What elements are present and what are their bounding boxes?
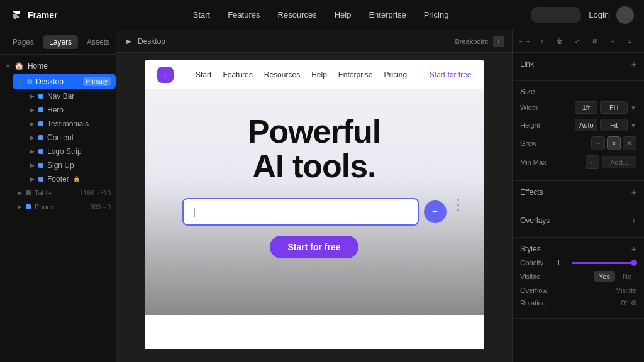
align-v-icon[interactable]: ↕ (535, 35, 549, 48)
play-button[interactable]: ▶ (124, 36, 134, 47)
tree-item-testimonials[interactable]: ▶ Testimonials (25, 117, 116, 131)
top-navigation: Framer Start Features Resources Help Ent… (0, 0, 644, 30)
overflow-value[interactable]: Visible (616, 287, 636, 294)
tree-item-navbar[interactable]: ▶ Nav Bar (25, 89, 116, 103)
chevron-icon: ▶ (30, 121, 35, 127)
opacity-row: Opacity 1 (520, 259, 636, 266)
chevron-icon: ▶ (30, 134, 35, 141)
link-section-header: Link + (520, 59, 636, 69)
effects-add-button[interactable]: + (631, 187, 636, 197)
site-logo-area: + (157, 67, 174, 83)
link-section-title: Link (520, 60, 534, 69)
nav-pricing[interactable]: Pricing (424, 10, 449, 19)
opacity-control: 1 (557, 259, 636, 266)
height-label: Height (520, 121, 552, 129)
site-link-enterprise[interactable]: Enterprise (338, 70, 373, 79)
width-row: Width 1fr Fill ▼ (520, 101, 636, 114)
height-value[interactable]: Auto (575, 119, 597, 131)
link-add-button[interactable]: + (631, 59, 636, 69)
tab-layers[interactable]: Layers (43, 35, 78, 49)
grid-icon[interactable]: ⊞ (588, 35, 602, 48)
canvas-label: Desktop (138, 37, 165, 46)
rotation-dot-icon[interactable] (631, 300, 636, 305)
visible-no-button[interactable]: No (618, 272, 636, 282)
dot-icon (26, 190, 31, 195)
chevron-icon: ▶ (18, 190, 22, 196)
distribute-icon[interactable]: ↔ (606, 35, 619, 48)
hero-input-submit-button[interactable]: + (424, 200, 447, 223)
styles-add-button[interactable]: + (631, 244, 636, 254)
tree-item-hero[interactable]: ▶ Hero (25, 103, 116, 117)
tree-item-content[interactable]: ▶ Content (25, 131, 116, 145)
nav-help[interactable]: Help (335, 10, 352, 19)
login-button[interactable]: Login (589, 10, 609, 19)
tree-item-tablet[interactable]: ▶ Tablet 1198→810 (13, 186, 116, 200)
site-nav: + Start Features Resources Help Enterpri… (145, 60, 484, 89)
width-dropdown-icon[interactable]: ▼ (630, 104, 636, 111)
visible-label: Visible (520, 273, 552, 280)
desktop-label: Desktop (36, 77, 64, 86)
height-dropdown-icon[interactable]: ▼ (630, 122, 636, 129)
width-label: Width (520, 104, 552, 111)
add-breakpoint-button[interactable]: + (493, 36, 504, 47)
user-avatar[interactable] (616, 6, 634, 24)
desktop-children: ▶ Nav Bar ▶ Hero ▶ Testimonials (13, 89, 116, 186)
effects-section-title: Effects (520, 188, 543, 197)
sparkle-dot (457, 204, 459, 206)
nav-start[interactable]: Start (193, 10, 210, 19)
hero-title-line1: Powerful (248, 114, 381, 149)
tree-item-logostrip[interactable]: ▶ Logo Strip (25, 145, 116, 158)
site-link-help[interactable]: Help (311, 70, 327, 79)
height-fit-select[interactable]: Fit (600, 119, 628, 131)
rotation-value[interactable]: 0° (621, 299, 628, 307)
delete-icon[interactable]: 🗑 (553, 35, 567, 48)
nav-features[interactable]: Features (228, 10, 260, 19)
logo-area: Framer (10, 9, 111, 21)
visible-yes-button[interactable]: Yes (594, 272, 615, 282)
width-value[interactable]: 1fr (575, 101, 597, 114)
rotation-row: Rotation 0° (520, 299, 636, 307)
minmax-icon[interactable]: ↔ (586, 155, 599, 169)
hero-email-input[interactable] (182, 198, 419, 226)
hero-section: Powerful AI tools. + Start for free (145, 89, 484, 315)
nav-resources[interactable]: Resources (278, 10, 317, 19)
site-logo-icon: + (157, 67, 174, 83)
visible-control: Yes No (594, 272, 636, 282)
hero-title-line2: AI tools. (248, 149, 381, 184)
tree-item-signup[interactable]: ▶ Sign Up (25, 158, 116, 172)
primary-badge: Primary (83, 77, 111, 86)
tree-item-footer[interactable]: ▶ Footer 🔒 (25, 172, 116, 186)
tab-assets[interactable]: Assets (80, 35, 116, 49)
opacity-value[interactable]: 1 (557, 259, 567, 266)
width-fill-select[interactable]: Fill (600, 101, 628, 114)
tree-item-desktop[interactable]: ▼ Desktop Primary (13, 74, 116, 89)
hero-cta-button[interactable]: Start for free (270, 236, 358, 258)
grow-h-icon[interactable]: ↔ (591, 136, 605, 150)
site-link-start[interactable]: Start (196, 70, 211, 79)
site-link-resources[interactable]: Resources (264, 70, 300, 79)
chevron-icon: ▼ (5, 63, 11, 69)
site-start-free-link[interactable]: Start for free (430, 70, 472, 79)
dot-icon (38, 107, 43, 112)
grow-v-icon[interactable]: ≡ (607, 136, 621, 150)
right-toolbar: ←→ ↕ 🗑 ⤢ ⊞ ↔ ≡ (513, 30, 644, 53)
tab-pages[interactable]: Pages (6, 35, 40, 49)
more-icon[interactable]: ≡ (623, 35, 637, 48)
search-bar[interactable] (531, 7, 581, 23)
nav-enterprise[interactable]: Enterprise (369, 10, 406, 19)
minmax-add[interactable]: Add... (602, 156, 636, 168)
opacity-slider[interactable] (572, 262, 636, 264)
hero-title: Powerful AI tools. (248, 114, 381, 183)
tree-item-phone[interactable]: ▶ Phone 809→0 (13, 200, 116, 214)
home-children: ▼ Desktop Primary ▶ Nav Bar ▶ Hero (0, 74, 116, 214)
tree-home-label: Home (28, 62, 48, 70)
align-h-icon[interactable]: ←→ (518, 35, 531, 48)
site-link-features[interactable]: Features (223, 70, 252, 79)
overlays-add-button[interactable]: + (631, 216, 636, 226)
site-link-pricing[interactable]: Pricing (384, 70, 408, 79)
resize-icon[interactable]: ⤢ (570, 35, 584, 48)
tree-item-home[interactable]: ▼ 🏠 Home (0, 58, 116, 74)
link-section: Link + (513, 53, 644, 81)
effects-section: Effects + (513, 181, 644, 209)
grow-all-icon[interactable]: ✕ (623, 136, 636, 150)
